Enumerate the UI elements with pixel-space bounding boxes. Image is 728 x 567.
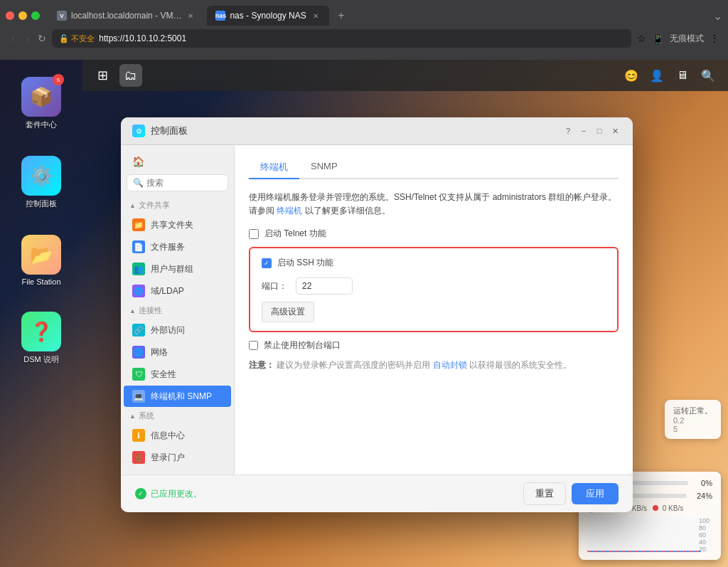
- console-checkbox[interactable]: [249, 341, 258, 350]
- sidebar-external-access-label: 外部访问: [151, 324, 185, 337]
- control-panel-icon[interactable]: ⚙️ 控制面板: [16, 150, 67, 215]
- tab-vm[interactable]: V localhost.localdomain - VM… ✕: [48, 6, 204, 26]
- telnet-checkbox[interactable]: [249, 229, 259, 239]
- sidebar-item-domain[interactable]: 🌐 域/LDAP: [124, 280, 231, 302]
- monitor-icon[interactable]: 🖥: [671, 64, 694, 87]
- forward-button[interactable]: ›: [23, 31, 33, 46]
- address-bar: ‹ › ↻ 🔓 不安全 https://10.10.10.2:5001 ☆ 📱 …: [0, 26, 728, 51]
- url-bar[interactable]: 🔓 不安全 https://10.10.10.2:5001: [52, 29, 631, 48]
- dialog-close-btn[interactable]: ✕: [609, 124, 621, 137]
- sidebar-domain-label: 域/LDAP: [151, 285, 184, 297]
- section-system: ▲ 系统: [121, 408, 234, 424]
- grid-icon[interactable]: ⊞: [91, 64, 114, 87]
- dialog-title: 控制面板: [151, 124, 556, 137]
- dialog-minimize-btn[interactable]: −: [577, 124, 590, 137]
- sidebar-search-icon: 🔍: [133, 178, 144, 188]
- fullscreen-traffic-light[interactable]: [31, 11, 40, 20]
- sidebar-item-network[interactable]: 🌐 网络: [124, 341, 231, 363]
- sidebar-search-box[interactable]: 🔍: [127, 174, 228, 191]
- port-label: 端口：: [262, 280, 287, 292]
- url-value: https://10.10.10.2:5001: [99, 33, 186, 43]
- package-center-icon[interactable]: 📦 S 套件中心: [16, 71, 67, 136]
- sidebar-home[interactable]: 🏠: [124, 152, 231, 171]
- dsm-help-label: DSM 说明: [23, 354, 59, 365]
- file-station-topbar-icon[interactable]: 🗂: [119, 64, 142, 87]
- file-station-label: File Station: [21, 277, 60, 286]
- file-station-img: 📂: [21, 235, 61, 275]
- terminal-link[interactable]: 终端机: [277, 206, 302, 216]
- auto-block-link[interactable]: 自动封锁: [433, 360, 467, 370]
- tab-vm-favicon: V: [57, 11, 67, 21]
- tab-vm-close[interactable]: ✕: [186, 11, 196, 21]
- console-checkbox-row: 禁止使用控制台端口: [249, 339, 619, 351]
- sidebar-info-center-label: 信息中心: [151, 430, 185, 442]
- more-tabs-button[interactable]: ⌄: [713, 9, 722, 23]
- file-service-icon: 📄: [132, 240, 145, 253]
- advanced-settings-button[interactable]: 高级设置: [262, 302, 314, 322]
- control-panel-img: ⚙️: [21, 156, 61, 196]
- content-tabs: 终端机 SNMP: [249, 157, 619, 179]
- sidebar-item-file-services[interactable]: 📄 文件服务: [124, 236, 231, 258]
- user-avatar-icon[interactable]: 😊: [620, 64, 643, 87]
- ssh-checkbox-checked[interactable]: ✓: [262, 258, 272, 268]
- sidebar-item-external-access[interactable]: 🔗 外部访问: [124, 319, 231, 341]
- nas-topbar: ⊞ 🗂 😊 👤 🖥 🔍: [82, 60, 728, 91]
- note-suffix: 以获得最强的系统安全性。: [469, 360, 572, 370]
- bookmark-icon[interactable]: ☆: [637, 33, 646, 44]
- phone-icon[interactable]: 📱: [652, 33, 664, 44]
- chevron-connectivity: ▲: [129, 307, 136, 314]
- section-system-label: 系统: [139, 410, 154, 421]
- port-input[interactable]: [296, 277, 353, 295]
- note-row: 注意： 建议为登录帐户设置高强度的密码并启用 自动封锁 以获得最强的系统安全性。: [249, 359, 619, 371]
- dialog-footer: ✓ 已应用更改。 重置 应用: [121, 475, 633, 512]
- dialog-title-icon: ⚙: [132, 124, 145, 137]
- dsm-help-icon[interactable]: ❓ DSM 说明: [16, 306, 67, 371]
- dialog-restore-btn[interactable]: □: [593, 124, 606, 137]
- sidebar-item-shared-folder[interactable]: 📁 共享文件夹: [124, 214, 231, 235]
- search-icon[interactable]: 🔍: [697, 64, 719, 87]
- telnet-label: 启动 Telnet 功能: [264, 228, 326, 240]
- reset-button[interactable]: 重置: [523, 482, 566, 505]
- file-station-icon[interactable]: 📂 File Station: [16, 229, 67, 292]
- sidebar-file-services-label: 文件服务: [151, 241, 185, 253]
- back-button[interactable]: ‹: [9, 31, 18, 46]
- package-center-img: 📦 S: [21, 77, 61, 117]
- refresh-button[interactable]: ↻: [38, 33, 46, 44]
- new-tab-button[interactable]: +: [332, 6, 350, 25]
- external-access-icon: 🔗: [132, 324, 145, 337]
- tab-snmp[interactable]: SNMP: [299, 157, 349, 179]
- status-text: 已应用更改。: [151, 488, 202, 500]
- sidebar-network-label: 网络: [151, 346, 168, 359]
- sidebar-item-terminal-snmp[interactable]: 💻 终端机和 SNMP: [124, 386, 231, 407]
- sidebar-item-login-portal[interactable]: 🚪 登录门户: [124, 447, 231, 468]
- dialog-area: ⚙ 控制面板 ? − □ ✕ 🏠: [82, 91, 728, 567]
- dialog-help-btn[interactable]: ?: [562, 124, 574, 137]
- person-icon[interactable]: 👤: [646, 64, 668, 87]
- sidebar-item-security[interactable]: 🛡 安全性: [124, 364, 231, 385]
- note-label: 注意：: [249, 360, 274, 370]
- tab-nas-label: nas - Synology NAS: [230, 11, 306, 21]
- close-traffic-light[interactable]: [6, 11, 14, 20]
- port-row: 端口：: [262, 277, 606, 295]
- sidebar-item-info-center[interactable]: ℹ 信息中心: [124, 425, 231, 446]
- tab-nas[interactable]: nas nas - Synology NAS ✕: [207, 6, 328, 26]
- minimize-traffic-light[interactable]: [18, 11, 27, 20]
- sidebar-item-users[interactable]: 👥 用户与群组: [124, 258, 231, 280]
- browser-window: V localhost.localdomain - VM… ✕ nas nas …: [0, 0, 728, 567]
- apply-button[interactable]: 应用: [572, 483, 619, 504]
- home-icon: 🏠: [132, 156, 144, 167]
- tab-terminal[interactable]: 终端机: [249, 157, 299, 179]
- dialog-titlebar: ⚙ 控制面板 ? − □ ✕: [121, 117, 633, 145]
- browser-chrome: V localhost.localdomain - VM… ✕ nas nas …: [0, 0, 728, 60]
- section-connectivity: ▲ 连接性: [121, 302, 234, 319]
- topbar-right-actions: 😊 👤 🖥 🔍: [620, 64, 719, 87]
- sidebar-users-label: 用户与群组: [151, 263, 193, 275]
- desc-text: 使用终端机服务登录并管理您的系统。SSH/Telnet 仅支持从属于 admin…: [249, 192, 616, 216]
- sidebar-search-input[interactable]: [146, 178, 222, 188]
- info-center-icon: ℹ: [132, 429, 145, 442]
- sidebar-security-label: 安全性: [151, 369, 176, 381]
- chevron-file-share: ▲: [129, 202, 136, 209]
- menu-icon[interactable]: ⋮: [710, 33, 719, 44]
- control-panel-label: 控制面板: [26, 198, 57, 209]
- tab-nas-close[interactable]: ✕: [311, 11, 321, 21]
